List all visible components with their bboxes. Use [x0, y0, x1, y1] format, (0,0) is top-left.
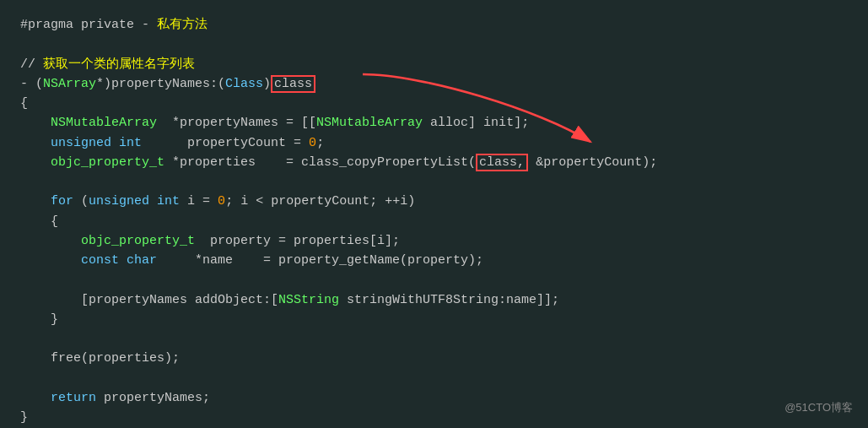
code-line-20: return propertyNames; [20, 388, 848, 408]
highlight-class-arg: class, [476, 154, 528, 171]
code-line-4: - (NSArray*)propertyNames:(Class)class [20, 74, 848, 94]
code-line-21: } [20, 408, 848, 427]
comment-text: 获取一个类的属性名字列表 [43, 57, 195, 72]
code-line-7: unsigned int propertyCount = 0; [20, 133, 848, 153]
code-line-12: objc_property_t property = properties[i]… [20, 231, 848, 251]
code-line-13: const char *name = property_getName(prop… [20, 251, 848, 270]
pragma-text: #pragma private - [20, 18, 157, 32]
code-line-2 [20, 35, 848, 54]
code-line-9 [20, 172, 848, 192]
code-line-14 [20, 270, 848, 290]
code-container: #pragma private - 私有方法 // 获取一个类的属性名字列表 -… [0, 0, 868, 428]
code-line-18: free(properties); [20, 349, 848, 368]
code-line-17 [20, 329, 848, 349]
code-line-3: // 获取一个类的属性名字列表 [20, 55, 848, 74]
code-line-6: NSMutableArray *propertyNames = [[NSMuta… [20, 113, 848, 133]
code-line-1: #pragma private - 私有方法 [20, 15, 848, 35]
code-line-16: } [20, 310, 848, 329]
code-line-5: { [20, 94, 848, 113]
comment-slash: // [20, 57, 43, 72]
code-line-11: { [20, 212, 848, 231]
watermark: @51CTO博客 [784, 399, 853, 416]
highlight-class-param: class [271, 75, 315, 93]
code-line-15: [propertyNames addObject:[NSString strin… [20, 290, 848, 310]
code-line-19 [20, 369, 848, 388]
code-line-10: for (unsigned int i = 0; i < propertyCou… [20, 192, 848, 211]
code-line-8: objc_property_t *properties = class_copy… [20, 153, 848, 172]
pragma-comment: 私有方法 [157, 18, 208, 32]
